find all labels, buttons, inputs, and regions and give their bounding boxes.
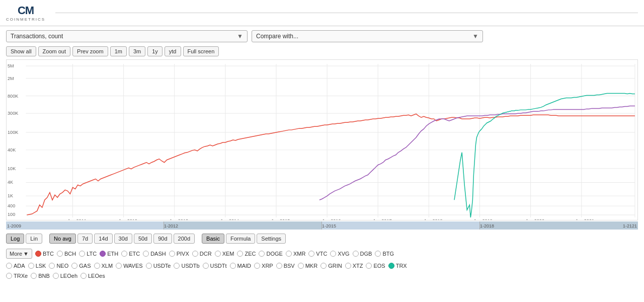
eth-label: ETH bbox=[107, 251, 118, 257]
svg-text:Jan 2021: Jan 2021 bbox=[576, 218, 594, 220]
coin-item-xtz[interactable]: XTZ bbox=[345, 263, 363, 269]
full-screen-button[interactable]: Full screen bbox=[183, 46, 219, 56]
200d-button[interactable]: 200d bbox=[174, 234, 195, 244]
svg-text:40K: 40K bbox=[8, 147, 16, 153]
30d-button[interactable]: 30d bbox=[114, 234, 132, 244]
coin-item-trxe[interactable]: TRXe bbox=[6, 273, 28, 279]
coin-item-leoeh[interactable]: LEOeh bbox=[53, 273, 77, 279]
1y-button[interactable]: 1y bbox=[147, 46, 163, 56]
coin-item-usdtb[interactable]: USDTb bbox=[174, 263, 199, 269]
doge-radio bbox=[259, 251, 265, 257]
coin-item-leoes[interactable]: LEOes bbox=[80, 273, 105, 279]
coin-item-ltc[interactable]: LTC bbox=[79, 251, 97, 257]
coin-item-eth[interactable]: ETH bbox=[100, 251, 118, 257]
coin-item-mkr[interactable]: MKR bbox=[298, 263, 317, 269]
coin-item-xrp[interactable]: XRP bbox=[254, 263, 273, 269]
coin-item-vtc[interactable]: VTC bbox=[308, 251, 327, 257]
coin-item-dcr[interactable]: DCR bbox=[192, 251, 212, 257]
svg-text:Jan 2015: Jan 2015 bbox=[271, 218, 290, 220]
7d-button[interactable]: 7d bbox=[77, 234, 93, 244]
dash-label: DASH bbox=[150, 251, 166, 257]
compare-select[interactable]: Compare with... ▼ bbox=[252, 30, 483, 42]
coin-item-lsk[interactable]: LSK bbox=[28, 263, 46, 269]
coin-item-btc[interactable]: BTC bbox=[35, 251, 54, 257]
settings-button[interactable]: Settings bbox=[257, 234, 286, 244]
coin-item-xvg[interactable]: XVG bbox=[330, 251, 349, 257]
etc-label: ETC bbox=[129, 251, 140, 257]
coin-item-xmr[interactable]: XMR bbox=[286, 251, 305, 257]
usdte-label: USDTe bbox=[153, 263, 171, 269]
usdtb-label: USDTb bbox=[181, 263, 199, 269]
xvg-radio bbox=[330, 251, 336, 257]
timeline-segment-2 bbox=[164, 221, 322, 230]
leoeh-label: LEOeh bbox=[60, 273, 77, 279]
svg-text:100: 100 bbox=[8, 212, 15, 217]
xem-label: XEM bbox=[222, 251, 234, 257]
coin-item-trx[interactable]: TRX bbox=[388, 263, 407, 269]
trxe-radio bbox=[6, 273, 12, 279]
svg-text:5M: 5M bbox=[8, 63, 14, 68]
leoes-label: LEOes bbox=[88, 273, 105, 279]
bnb-radio bbox=[31, 273, 37, 279]
svg-text:4K: 4K bbox=[8, 180, 13, 185]
1m-button[interactable]: 1m bbox=[110, 46, 127, 56]
btg-label: BTG bbox=[382, 251, 394, 257]
coin-item-etc[interactable]: ETC bbox=[121, 251, 140, 257]
90d-button[interactable]: 90d bbox=[153, 234, 172, 244]
coin-item-usdte[interactable]: USDTe bbox=[146, 263, 171, 269]
compare-arrow-icon: ▼ bbox=[472, 33, 478, 40]
svg-text:400: 400 bbox=[8, 203, 15, 208]
doge-label: DOGE bbox=[266, 251, 282, 257]
coin-item-xlm[interactable]: XLM bbox=[94, 263, 113, 269]
coin-item-dash[interactable]: DASH bbox=[143, 251, 166, 257]
metric-select[interactable]: Transactions, count ▼ bbox=[6, 30, 248, 42]
more-arrow-icon: ▼ bbox=[23, 251, 29, 257]
coin-item-waves[interactable]: WAVES bbox=[116, 263, 143, 269]
ytd-button[interactable]: ytd bbox=[165, 46, 181, 56]
lin-button[interactable]: Lin bbox=[26, 234, 42, 244]
svg-text:800K: 800K bbox=[8, 94, 18, 99]
svg-text:Jan 2011: Jan 2011 bbox=[67, 218, 86, 220]
xlm-radio bbox=[94, 263, 100, 269]
coin-item-eos[interactable]: EOS bbox=[366, 263, 385, 269]
formula-button[interactable]: Formula bbox=[226, 234, 255, 244]
coin-item-usdtt[interactable]: USDTt bbox=[203, 263, 227, 269]
btg-radio bbox=[375, 251, 381, 257]
more-label: More bbox=[10, 251, 22, 257]
coin-item-zec[interactable]: ZEC bbox=[237, 251, 256, 257]
50d-button[interactable]: 50d bbox=[134, 234, 152, 244]
zoom-out-button[interactable]: Zoom out bbox=[38, 46, 70, 56]
prev-zoom-button[interactable]: Prev zoom bbox=[72, 46, 108, 56]
coin-item-bnb[interactable]: BNB bbox=[31, 273, 50, 279]
more-button[interactable]: More ▼ bbox=[6, 249, 32, 259]
coin-item-bsv[interactable]: BSV bbox=[276, 263, 295, 269]
coin-item-grin[interactable]: GRIN bbox=[320, 263, 342, 269]
log-button[interactable]: Log bbox=[6, 234, 24, 244]
show-all-button[interactable]: Show all bbox=[6, 46, 36, 56]
no-avg-button[interactable]: No avg bbox=[49, 234, 76, 244]
coin-item-gas[interactable]: GAS bbox=[71, 263, 91, 269]
ada-radio bbox=[6, 263, 12, 269]
usdte-radio bbox=[146, 263, 152, 269]
coin-item-dgb[interactable]: DGB bbox=[353, 251, 372, 257]
timeline-bar[interactable]: 1-2009 1-2012 1-2015 1-2018 1-2121 bbox=[6, 221, 638, 230]
coin-item-doge[interactable]: DOGE bbox=[259, 251, 282, 257]
chart-svg: 5M 2M 800K 300K 100K 40K 10K 4K 1K 400 1… bbox=[7, 60, 637, 220]
compare-label: Compare with... bbox=[256, 33, 298, 40]
coin-item-btg[interactable]: BTG bbox=[375, 251, 394, 257]
svg-text:Jan 2013: Jan 2013 bbox=[170, 218, 188, 220]
3m-button[interactable]: 3m bbox=[129, 46, 145, 56]
coin-item-maid[interactable]: MAID bbox=[230, 263, 252, 269]
coin-item-ada[interactable]: ADA bbox=[6, 263, 25, 269]
coin-item-neo[interactable]: NEO bbox=[49, 263, 68, 269]
timeline-label-3: 1-2015 bbox=[322, 223, 336, 229]
coin-item-xem[interactable]: XEM bbox=[215, 251, 234, 257]
vtc-label: VTC bbox=[316, 251, 327, 257]
bnb-label: BNB bbox=[38, 273, 50, 279]
timeline-segment-4 bbox=[480, 221, 638, 230]
coin-item-pivx[interactable]: PIVX bbox=[169, 251, 189, 257]
xrp-label: XRP bbox=[262, 263, 273, 269]
14d-button[interactable]: 14d bbox=[94, 234, 112, 244]
coin-item-bch[interactable]: BCH bbox=[57, 251, 76, 257]
basic-button[interactable]: Basic bbox=[202, 234, 224, 244]
